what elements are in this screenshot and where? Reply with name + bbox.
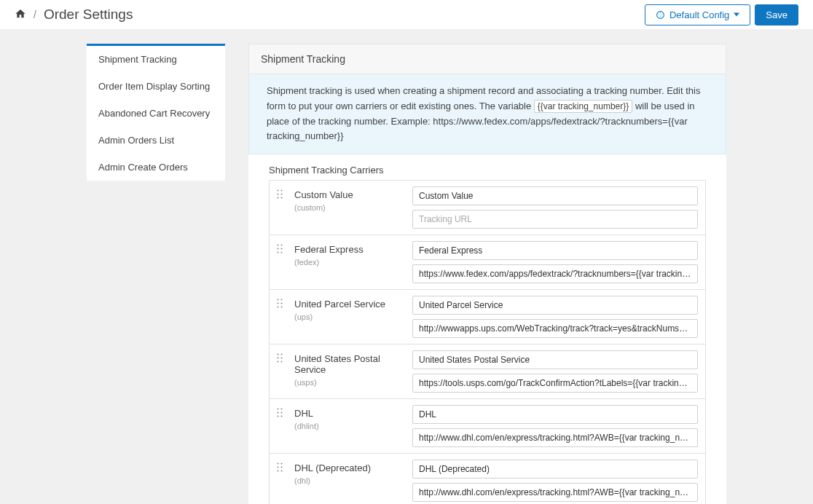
info-code: {{var tracking_number}} bbox=[534, 100, 632, 113]
carrier-url-input[interactable] bbox=[412, 483, 698, 502]
carrier-code: (dhl) bbox=[294, 476, 404, 485]
carriers-section-title: Shipment Tracking Carriers bbox=[248, 154, 726, 180]
svg-point-30 bbox=[278, 463, 279, 465]
drag-handle[interactable] bbox=[277, 186, 286, 201]
carrier-inputs bbox=[412, 186, 698, 229]
drag-icon bbox=[277, 244, 283, 253]
svg-point-20 bbox=[278, 358, 279, 359]
carrier-inputs bbox=[412, 296, 698, 338]
carrier-code: (custom) bbox=[294, 203, 404, 212]
drag-icon bbox=[277, 462, 283, 472]
drag-handle[interactable] bbox=[277, 405, 286, 420]
carrier-label-col: United States Postal Service (usps) bbox=[294, 350, 404, 387]
carrier-name-input[interactable] bbox=[412, 405, 698, 424]
carrier-url-input[interactable] bbox=[412, 319, 698, 338]
svg-point-0 bbox=[278, 190, 279, 192]
carrier-name-input[interactable] bbox=[412, 241, 698, 260]
carrier-row: Custom Value (custom) bbox=[270, 181, 705, 235]
svg-point-22 bbox=[278, 361, 279, 363]
svg-point-19 bbox=[281, 354, 283, 355]
svg-point-3 bbox=[281, 194, 283, 195]
svg-point-25 bbox=[281, 409, 283, 410]
main-panel: Shipment Tracking Shipment tracking is u… bbox=[248, 44, 726, 504]
carrier-label: Federal Express bbox=[294, 244, 404, 255]
drag-icon bbox=[277, 299, 283, 308]
svg-point-23 bbox=[281, 361, 283, 363]
carrier-label: United Parcel Service bbox=[294, 299, 404, 310]
svg-point-16 bbox=[278, 307, 279, 308]
save-button[interactable]: Save bbox=[755, 4, 798, 25]
breadcrumb-separator: / bbox=[34, 9, 36, 20]
home-icon bbox=[15, 8, 26, 20]
carrier-row: DHL (dhlint) bbox=[270, 399, 705, 454]
breadcrumb: / Order Settings bbox=[15, 7, 133, 23]
sidebar: Shipment Tracking Order Item Display Sor… bbox=[87, 44, 225, 181]
panel-title: Shipment Tracking bbox=[248, 44, 726, 74]
carrier-code: (fedex) bbox=[294, 258, 404, 267]
info-box: Shipment tracking is used when creating … bbox=[248, 74, 726, 154]
carrier-label: DHL bbox=[294, 408, 404, 419]
drag-handle[interactable] bbox=[277, 241, 286, 256]
svg-point-29 bbox=[281, 416, 283, 417]
drag-icon bbox=[277, 353, 283, 363]
carrier-label: DHL (Deprecated) bbox=[294, 462, 404, 473]
drag-handle[interactable] bbox=[277, 350, 286, 365]
svg-point-13 bbox=[281, 299, 283, 301]
carrier-label: Custom Value bbox=[294, 189, 404, 200]
svg-point-7 bbox=[281, 245, 283, 246]
carrier-label: United States Postal Service bbox=[294, 353, 404, 375]
carrier-name-input[interactable] bbox=[412, 460, 698, 479]
carrier-name-input[interactable] bbox=[412, 296, 698, 315]
carrier-url-input[interactable] bbox=[412, 428, 698, 447]
svg-point-8 bbox=[278, 248, 279, 250]
home-link[interactable] bbox=[15, 8, 26, 22]
svg-point-11 bbox=[281, 252, 283, 253]
carrier-name-input[interactable] bbox=[412, 350, 698, 369]
svg-point-17 bbox=[281, 307, 283, 308]
sidebar-item-shipment-tracking[interactable]: Shipment Tracking bbox=[87, 46, 225, 73]
carrier-inputs bbox=[412, 241, 698, 283]
carrier-label-col: Custom Value (custom) bbox=[294, 186, 404, 212]
carrier-name-input[interactable] bbox=[412, 186, 698, 205]
svg-point-31 bbox=[281, 463, 283, 465]
carrier-url-input[interactable] bbox=[412, 264, 698, 283]
page-title: Order Settings bbox=[44, 7, 133, 23]
sidebar-item-admin-create-orders[interactable]: Admin Create Orders bbox=[87, 154, 225, 181]
carrier-inputs bbox=[412, 350, 698, 393]
carrier-inputs bbox=[412, 405, 698, 447]
svg-point-21 bbox=[281, 358, 283, 359]
drag-handle[interactable] bbox=[277, 460, 286, 474]
svg-point-18 bbox=[278, 354, 279, 355]
default-config-label: Default Config bbox=[669, 9, 729, 20]
svg-point-6 bbox=[278, 245, 279, 246]
carrier-row: United States Postal Service (usps) bbox=[270, 344, 705, 399]
drag-icon bbox=[277, 408, 283, 417]
carrier-inputs bbox=[412, 460, 698, 502]
sidebar-item-admin-orders-list[interactable]: Admin Orders List bbox=[87, 127, 225, 154]
content-area: Shipment Tracking Order Item Display Sor… bbox=[0, 29, 813, 504]
sidebar-item-abandoned-cart[interactable]: Abandoned Cart Recovery bbox=[87, 100, 225, 127]
carrier-code: (usps) bbox=[294, 378, 404, 387]
carrier-label-col: Federal Express (fedex) bbox=[294, 241, 404, 267]
default-config-button[interactable]: Default Config bbox=[645, 4, 750, 25]
drag-handle[interactable] bbox=[277, 296, 286, 310]
svg-point-35 bbox=[281, 470, 283, 472]
carrier-label-col: DHL (Deprecated) (dhl) bbox=[294, 460, 404, 485]
svg-point-34 bbox=[278, 470, 279, 472]
carrier-code: (ups) bbox=[294, 312, 404, 321]
carrier-url-input[interactable] bbox=[412, 210, 698, 229]
carrier-code: (dhlint) bbox=[294, 422, 404, 430]
svg-point-15 bbox=[281, 303, 283, 304]
carrier-row: Federal Express (fedex) bbox=[270, 235, 705, 290]
sidebar-item-order-display-sorting[interactable]: Order Item Display Sorting bbox=[87, 73, 225, 100]
svg-point-27 bbox=[281, 412, 283, 414]
page-header: / Order Settings Default Config Save bbox=[0, 0, 813, 29]
carrier-row: United Parcel Service (ups) bbox=[270, 290, 705, 344]
carrier-label-col: DHL (dhlint) bbox=[294, 405, 404, 430]
drag-icon bbox=[277, 189, 283, 199]
svg-point-4 bbox=[278, 197, 279, 199]
svg-point-12 bbox=[278, 299, 279, 301]
carrier-url-input[interactable] bbox=[412, 374, 698, 393]
svg-point-24 bbox=[278, 409, 279, 410]
header-actions: Default Config Save bbox=[645, 4, 798, 25]
